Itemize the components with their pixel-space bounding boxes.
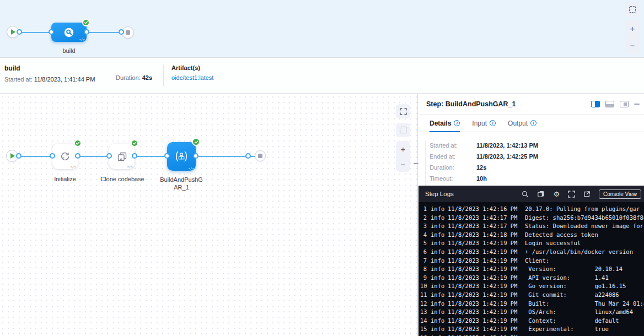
log-line-number: 9: [420, 274, 427, 283]
edge-port: [17, 29, 22, 35]
expand-logs-icon[interactable]: [568, 191, 575, 198]
stage-node-build[interactable]: </>: [51, 23, 87, 42]
step-details-panel: Step: BuildAndPushGAR_1 Details i Input …: [418, 94, 644, 336]
step-node-buildandpushgar[interactable]: </>: [167, 142, 196, 171]
layout-fill: [606, 104, 614, 107]
detail-value: 11/8/2023, 1:42:25 PM: [476, 153, 538, 160]
layout-minimized-view-icon[interactable]: [620, 101, 629, 107]
log-row: 3info11/8/2023 1:42:17 PMStatus: Downloa…: [418, 222, 644, 231]
zoom-out-button[interactable]: −: [630, 41, 635, 50]
log-row: 15info11/8/2023 1:42:19 PM Experimental:…: [418, 325, 644, 334]
layout-right-view-icon[interactable]: [591, 101, 600, 107]
zoom-out-button[interactable]: −: [401, 160, 406, 169]
log-line-number: 7: [420, 257, 427, 265]
log-message: Context: default: [525, 317, 619, 326]
open-external-icon[interactable]: [583, 191, 591, 198]
step-node-clone-codebase[interactable]: </>: [109, 144, 135, 169]
collapse-panel-icon[interactable]: [634, 104, 640, 105]
code-mark-icon: </>: [79, 37, 85, 41]
log-message: Version: 20.10.14: [525, 265, 622, 274]
edge-port: [193, 153, 198, 159]
log-level: info: [431, 214, 444, 223]
log-timestamp: 11/8/2023 1:42:17 PM: [448, 222, 518, 231]
artifact-link[interactable]: oidc/test1:latest: [171, 74, 213, 81]
log-row: 4info11/8/2023 1:42:18 PMDetected access…: [418, 231, 644, 240]
log-row: 11info11/8/2023 1:42:19 PM Git commit: a…: [418, 291, 644, 300]
log-row: 5info11/8/2023 1:42:19 PMLogin successfu…: [418, 239, 644, 248]
log-timestamp: 11/8/2023 1:42:19 PM: [448, 239, 518, 248]
log-message: Git commit: a224086: [525, 291, 619, 300]
edge-port: [106, 153, 112, 159]
edge-port: [164, 153, 170, 159]
fullscreen-icon: [400, 108, 407, 115]
log-message: Go version: go1.16.15: [525, 282, 626, 291]
log-message: 20.17.0: Pulling from plugins/gar: [525, 205, 640, 214]
marquee-select-button[interactable]: [625, 2, 640, 17]
stop-icon: [126, 30, 130, 35]
search-icon[interactable]: [522, 191, 529, 198]
edge-port: [245, 153, 251, 159]
tab-label: Input: [472, 120, 487, 127]
log-row: 6info11/8/2023 1:42:19 PM+ /usr/local/bi…: [418, 248, 644, 257]
stage-label: build: [47, 47, 91, 54]
log-timestamp: 11/8/2023 1:42:19 PM: [448, 308, 518, 317]
log-timestamp: 11/8/2023 1:42:19 PM: [448, 274, 518, 283]
play-icon: [11, 29, 15, 35]
panel-resize-handle[interactable]: [414, 163, 418, 164]
step-node-initialize[interactable]: </>: [52, 144, 78, 169]
layout-fill: [624, 102, 627, 106]
log-timestamp: 11/8/2023 1:42:19 PM: [448, 265, 518, 274]
settings-gear-icon[interactable]: ⚙: [553, 191, 560, 198]
log-row: 12info11/8/2023 1:42:19 PM Built: Thu Ma…: [418, 300, 644, 308]
edge-port: [49, 29, 54, 35]
zoom-in-button[interactable]: +: [630, 24, 635, 32]
log-message: + /usr/local/bin/docker version: [525, 248, 633, 257]
log-row: 16info11/8/2023 1:42:19 PM: [418, 334, 644, 336]
log-message: Client:: [525, 257, 549, 265]
detail-row: Ended at: 11/8/2023, 1:42:25 PM: [430, 153, 644, 160]
detail-label: Ended at:: [430, 153, 476, 160]
ci-stage-icon: [63, 27, 74, 38]
pipeline-canvas[interactable]: </> </> </> Initialize: [0, 94, 418, 336]
log-line-number: 6: [420, 248, 427, 257]
layout-bottom-view-icon[interactable]: [605, 101, 614, 107]
log-output[interactable]: 1info11/8/2023 1:42:16 PM20.17.0: Pullin…: [418, 202, 644, 336]
log-line-number: 11: [420, 291, 427, 300]
log-level: info: [431, 231, 444, 240]
step-label: Clone codebase: [98, 176, 147, 182]
log-message: Login successful: [525, 239, 581, 248]
initialize-refresh-icon: [60, 151, 71, 162]
success-badge-icon: [74, 139, 82, 147]
fullscreen-button[interactable]: [396, 104, 410, 118]
log-level: info: [431, 274, 444, 283]
log-line-number: 2: [420, 214, 427, 223]
steps-end-node[interactable]: [255, 150, 266, 161]
marquee-icon: [629, 6, 636, 13]
log-line-number: 10: [420, 282, 427, 291]
code-mark-icon: </>: [70, 165, 76, 169]
edge-port: [50, 153, 55, 159]
log-timestamp: 11/8/2023 1:42:19 PM: [448, 300, 518, 308]
console-view-button[interactable]: Console View: [599, 189, 641, 199]
log-message: API version: 1.41: [525, 274, 609, 283]
step-details-list: Started at: 11/8/2023, 1:42:13 PM Ended …: [425, 141, 644, 187]
log-message: Digest: sha256:b7d9434b65010f038f8ec: [525, 214, 644, 223]
log-line-number: 4: [420, 231, 427, 240]
step-label: BuildAndPushGAR_1: [158, 176, 205, 191]
code-mark-icon: </>: [127, 165, 133, 169]
zoom-in-button[interactable]: +: [401, 145, 406, 153]
log-message: Status: Downloaded newer image for pl: [525, 222, 644, 231]
tab-output[interactable]: Output i: [508, 115, 536, 132]
tab-input[interactable]: Input i: [472, 115, 496, 132]
log-timestamp: 11/8/2023 1:42:19 PM: [448, 334, 518, 336]
marquee-select-button[interactable]: [396, 123, 410, 137]
divider: [163, 65, 164, 86]
tab-details[interactable]: Details i: [430, 115, 460, 132]
stage-started-at: Started at: 11/8/2023, 1:41:44 PM: [4, 76, 116, 83]
log-level: info: [431, 317, 444, 326]
log-timestamp: 11/8/2023 1:42:19 PM: [448, 291, 518, 300]
copy-icon[interactable]: [537, 190, 545, 198]
log-level: info: [431, 205, 444, 214]
clone-codebase-icon: [116, 151, 128, 162]
tab-label: Details: [430, 120, 451, 127]
